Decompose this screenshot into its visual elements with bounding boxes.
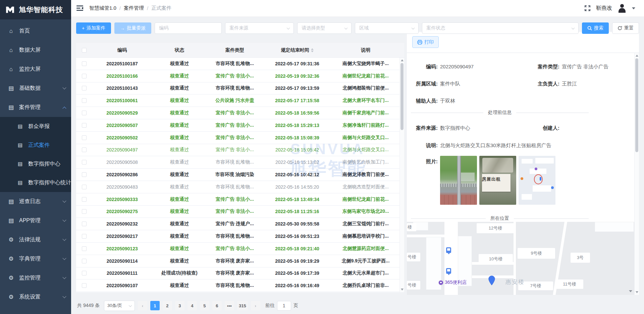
sidebar-item-巡查日志[interactable]: ▤巡查日志 — [0, 192, 71, 211]
sidebar-item-监控管理[interactable]: ⚙监控管理 — [0, 268, 71, 288]
photo-street-scene[interactable] — [440, 156, 477, 205]
sidebar-item-监控大屏[interactable]: ⌂监控大屏 — [0, 60, 71, 79]
add-case-button[interactable]: +添加案件 — [76, 22, 111, 34]
sidebar-item-数据大屏[interactable]: ⌂数据大屏 — [0, 41, 71, 60]
sidebar-item-法律法规[interactable]: ⚙法律法规 — [0, 230, 71, 249]
sidebar-item-字典管理[interactable]: ⚙字典管理 — [0, 249, 71, 268]
sidebar-subitem-群众举报[interactable]: ▤群众举报 — [0, 117, 71, 136]
menu-fold-icon[interactable] — [76, 5, 83, 11]
sort-icon[interactable] — [311, 48, 314, 52]
sidebar-item-APP管理[interactable]: ▤APP管理 — [0, 211, 71, 230]
row-checkbox[interactable] — [82, 185, 87, 189]
table-row[interactable]: 202205090497核查通过宣传广告 非法小...2022-05-18 15… — [76, 144, 404, 156]
table-row[interactable]: 202205090286核查通过市容环境 油烟污染2022-05-16 10:4… — [76, 169, 404, 181]
reset-button[interactable]: 重置 — [612, 22, 639, 34]
row-checkbox[interactable] — [82, 135, 87, 140]
table-row[interactable]: 202205090114核查通过市容环境 废弃家...2022-05-16 09… — [76, 255, 404, 267]
print-button[interactable]: 打印 — [412, 36, 439, 48]
row-checkbox[interactable] — [82, 222, 87, 226]
column-header-desc[interactable]: 说明 — [332, 47, 399, 53]
sidebar-item-系统设置[interactable]: ⚙系统设置 — [0, 288, 71, 307]
table-row[interactable]: 202205100143核查通过市容环境 乱堆物...2022-05-17 09… — [76, 82, 404, 95]
fullscreen-icon[interactable] — [584, 5, 591, 11]
table-row[interactable]: 202205090502核查通过宣传广告 非法小...2022-05-18 15… — [76, 132, 404, 144]
location-map[interactable]: 楼 号楼 号楼 12号楼 10号楼 9号楼 3号 7号楼 11号楼 惠安楼 36… — [407, 222, 634, 295]
table-row[interactable]: 202205090508核查通过市容环境 乱堆物...2022-05-16 15… — [76, 156, 404, 169]
row-checkbox[interactable] — [82, 209, 87, 214]
page-button-5[interactable]: 5 — [200, 301, 209, 310]
table-row[interactable]: 202205100061核查通过公共设施 污水井盖2022-05-17 17:1… — [76, 95, 404, 107]
row-checkbox[interactable] — [82, 147, 87, 152]
column-header-status[interactable]: 状态 — [152, 47, 207, 53]
breadcrumb-item[interactable]: 智慧城管1.0 — [89, 5, 116, 11]
column-header-type[interactable]: 案件类型 — [207, 47, 263, 53]
table-row[interactable]: 202205090123核查通过宣传广告 非法小...2022-05-18 09… — [76, 243, 404, 255]
row-checkbox[interactable] — [82, 197, 87, 202]
avatar[interactable] — [618, 4, 627, 13]
scroll-down-icon[interactable] — [636, 291, 638, 293]
goto-page-input[interactable] — [277, 301, 291, 311]
row-checkbox[interactable] — [82, 74, 87, 78]
page-ellipsis[interactable]: ••• — [225, 301, 234, 310]
user-menu-caret-icon[interactable] — [632, 7, 635, 9]
row-checkbox[interactable] — [82, 283, 87, 288]
row-checkbox[interactable] — [82, 234, 87, 239]
page-button-4[interactable]: 4 — [187, 301, 197, 310]
page-button-6[interactable]: 6 — [212, 301, 222, 310]
area-select[interactable]: 区域 — [355, 22, 419, 34]
row-checkbox[interactable] — [82, 259, 87, 263]
table-row[interactable]: 202205090217核查通过市容环境 乱堆物...2022-05-16 09… — [76, 230, 404, 243]
page-button-3[interactable]: 3 — [175, 301, 184, 310]
row-checkbox[interactable] — [82, 98, 87, 103]
case-type-select[interactable]: 请选择类型 — [297, 22, 352, 34]
page-button-315[interactable]: 315 — [237, 301, 248, 310]
row-checkbox[interactable] — [82, 123, 87, 128]
row-checkbox[interactable] — [82, 111, 87, 115]
sidebar-item-基础数据[interactable]: ▤基础数据 — [0, 79, 71, 98]
sidebar-subitem-数字指挥中心统计[interactable]: ▤数字指挥中心统计 — [0, 173, 71, 192]
table-row[interactable]: 202205090529核查通过宣传广告 非法小...2022-05-18 16… — [76, 107, 404, 119]
select-all-checkbox[interactable] — [82, 48, 87, 53]
batch-assign-button[interactable]: →批量委派 — [114, 22, 151, 34]
scroll-up-icon[interactable] — [401, 59, 404, 61]
photo-map-thumbnail[interactable] — [519, 156, 555, 205]
table-row[interactable]: 202205100166核查通过宣传广告 非法小...2022-05-19 09… — [76, 70, 404, 82]
row-checkbox[interactable] — [82, 246, 87, 251]
page-button-1[interactable]: 1 — [150, 301, 160, 310]
scroll-thumb[interactable] — [635, 58, 638, 152]
table-row[interactable]: 202205090107核查通过市容环境 乱堆物...2022-05-16 09… — [76, 279, 404, 292]
sidebar-subitem-数字指挥中心[interactable]: ▤数字指挥中心 — [0, 154, 71, 173]
row-checkbox[interactable] — [82, 160, 87, 165]
table-row[interactable]: 202205100187核查通过市容环境 乱堆物...2022-05-17 09… — [76, 58, 404, 70]
row-checkbox[interactable] — [82, 172, 87, 177]
case-source-select[interactable]: 案件来源 — [225, 22, 294, 34]
row-checkbox[interactable] — [82, 86, 87, 90]
next-page-button[interactable]: › — [251, 301, 260, 310]
row-checkbox[interactable] — [82, 271, 87, 275]
table-row[interactable]: 202205090333核查通过宣传广告 非法小...2022-05-18 13… — [76, 193, 404, 206]
scroll-down-icon[interactable] — [401, 289, 404, 291]
sidebar-item-首页[interactable]: ⌂首页 — [0, 21, 71, 41]
scroll-up-icon[interactable] — [636, 55, 638, 57]
prev-page-button[interactable]: ‹ — [138, 301, 147, 310]
search-button[interactable]: 搜索 — [582, 22, 609, 34]
column-header-code[interactable]: 编码 — [92, 47, 152, 53]
breadcrumb-item[interactable]: 案件管理 — [124, 5, 144, 11]
sidebar-subitem-正式案件[interactable]: ▤正式案件 — [0, 136, 71, 154]
table-row[interactable]: 202205090111处理成功(待核查)市容环境 废弃家...2022-05-… — [76, 267, 404, 280]
photo-rental-poster[interactable]: 房屋出租 — [479, 156, 516, 205]
case-status-select[interactable]: 案件状态 — [422, 22, 579, 34]
sidebar-item-案件管理[interactable]: ▤案件管理 — [0, 98, 71, 117]
row-checkbox[interactable] — [82, 61, 87, 66]
table-scrollbar[interactable] — [399, 58, 404, 292]
column-header-endtime[interactable]: 规定结束时间 — [263, 47, 332, 53]
table-row[interactable]: 202205090507核查通过宣传广告 非法小...2022-05-18 15… — [76, 119, 404, 132]
detail-scrollbar[interactable] — [634, 53, 639, 295]
code-input[interactable]: 编码 — [155, 22, 222, 34]
page-button-2[interactable]: 2 — [163, 301, 172, 310]
scroll-thumb[interactable] — [400, 63, 404, 130]
table-row[interactable]: 202205090232核查通过宣传广告 违规户...2022-05-30 09… — [76, 218, 404, 230]
page-size-select[interactable]: 30条/页 — [104, 301, 135, 311]
table-row[interactable]: 202205090275核查通过宣传广告 非法小...2022-05-18 11… — [76, 206, 404, 218]
table-row[interactable]: 202205090483核查通过市容环境 乱堆物...2022-05-16 14… — [76, 181, 404, 193]
